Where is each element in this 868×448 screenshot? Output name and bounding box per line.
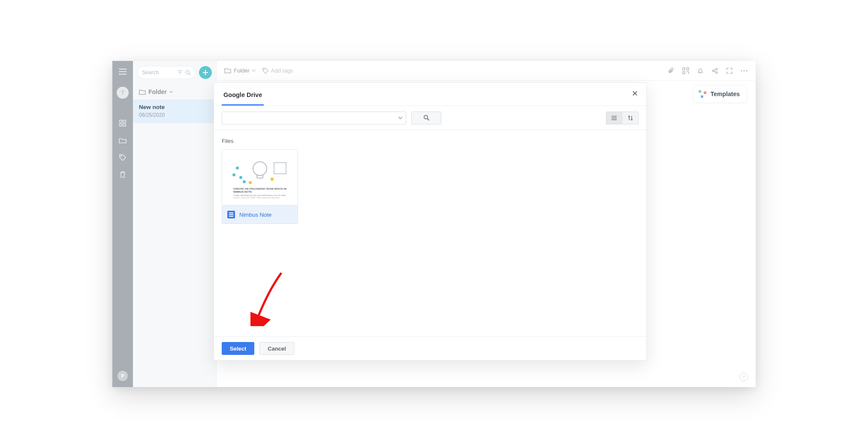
svg-point-17 <box>744 376 744 376</box>
share-icon[interactable] <box>711 67 719 75</box>
modal-footer: Select Cancel <box>214 336 646 360</box>
breadcrumb-folder[interactable]: Folder <box>224 67 256 74</box>
search-icon <box>423 115 430 121</box>
svg-point-6 <box>264 69 265 70</box>
app-window: T P Search <box>112 61 756 387</box>
add-tags-label: Add tags <box>271 67 293 74</box>
drive-search-button[interactable] <box>411 112 441 124</box>
note-list-panel: Search Folder New note 06/25/2020 <box>133 61 217 387</box>
file-name: Nimbus Note <box>239 212 271 218</box>
file-thumbnail: CREATE AN ORGANIZED TEAM SPACE IN NIMBUS… <box>222 150 298 206</box>
note-title: New note <box>139 104 210 110</box>
icon-rail: T P <box>112 61 133 387</box>
annotation-arrow <box>250 270 285 326</box>
svg-point-10 <box>712 70 714 72</box>
filter-icon <box>178 70 183 75</box>
google-doc-icon <box>227 211 235 218</box>
note-date: 06/25/2020 <box>139 112 210 118</box>
cancel-button[interactable]: Cancel <box>259 342 294 355</box>
search-placeholder: Search <box>142 70 159 76</box>
chevron-down-icon <box>398 117 402 119</box>
modal-toolbar <box>214 106 646 130</box>
sort-button[interactable] <box>622 112 639 124</box>
folder-icon <box>224 68 231 73</box>
drive-file-card[interactable]: CREATE AN ORGANIZED TEAM SPACE IN NIMBUS… <box>222 149 298 224</box>
files-section-label: Files <box>222 138 639 144</box>
emoji-button[interactable] <box>739 372 748 381</box>
attachment-icon[interactable] <box>667 67 675 75</box>
svg-rect-3 <box>124 124 126 127</box>
select-button[interactable]: Select <box>222 342 254 355</box>
svg-rect-7 <box>683 68 685 70</box>
search-icon <box>185 70 191 76</box>
thumb-subtext: Create dedicated groups and workspaces n… <box>233 194 286 198</box>
editor-toolbar: Folder Add tags <box>217 61 756 81</box>
svg-point-12 <box>716 72 717 73</box>
svg-rect-9 <box>683 72 685 74</box>
svg-rect-0 <box>120 120 122 123</box>
bell-icon[interactable] <box>696 67 704 75</box>
google-drive-modal: Google Drive ✕ Files <box>214 82 647 360</box>
modal-header: Google Drive ✕ <box>214 83 646 106</box>
trash-icon[interactable] <box>118 170 127 179</box>
note-list-item[interactable]: New note 06/25/2020 <box>133 100 216 123</box>
thumb-caption: CREATE AN ORGANIZED TEAM SPACE IN NIMBUS… <box>233 187 286 194</box>
new-note-button[interactable] <box>199 66 212 79</box>
menu-icon[interactable] <box>118 67 127 76</box>
svg-point-4 <box>121 156 122 157</box>
svg-point-13 <box>741 70 742 71</box>
folder-icon <box>139 89 146 95</box>
templates-label: Templates <box>711 91 740 97</box>
folder-label: Folder <box>148 88 167 95</box>
svg-rect-2 <box>120 124 122 127</box>
templates-button[interactable]: Templates <box>693 85 747 103</box>
modal-title: Google Drive <box>222 85 264 106</box>
svg-point-11 <box>716 68 717 70</box>
svg-point-16 <box>742 376 743 376</box>
list-view-button[interactable] <box>606 112 622 124</box>
templates-icon <box>699 90 706 98</box>
tag-icon <box>262 68 268 74</box>
svg-point-5 <box>186 70 190 74</box>
svg-point-14 <box>743 70 744 71</box>
svg-point-18 <box>424 115 427 119</box>
expand-icon[interactable] <box>726 67 733 75</box>
search-input[interactable]: Search <box>137 66 196 79</box>
qr-icon[interactable] <box>682 67 690 75</box>
dashboard-icon[interactable] <box>118 118 127 128</box>
svg-point-15 <box>746 70 747 71</box>
list-folder-selector[interactable]: Folder <box>133 82 216 100</box>
drive-search-input[interactable] <box>222 112 406 124</box>
tag-icon[interactable] <box>118 153 127 162</box>
modal-body: Files CREATE AN ORGANIZED TEAM SPACE IN … <box>214 130 646 336</box>
svg-rect-1 <box>124 120 126 123</box>
view-toggle <box>606 112 639 124</box>
folder-icon[interactable] <box>118 136 127 145</box>
chevron-down-icon <box>169 91 173 93</box>
close-button[interactable]: ✕ <box>629 88 640 99</box>
chevron-down-icon <box>252 70 256 72</box>
add-tags-button[interactable]: Add tags <box>262 67 293 74</box>
breadcrumb-label: Folder <box>234 67 250 74</box>
svg-rect-8 <box>687 68 689 70</box>
user-avatar[interactable]: P <box>118 371 128 381</box>
more-icon[interactable] <box>740 67 748 75</box>
workspace-avatar[interactable]: T <box>117 87 129 99</box>
